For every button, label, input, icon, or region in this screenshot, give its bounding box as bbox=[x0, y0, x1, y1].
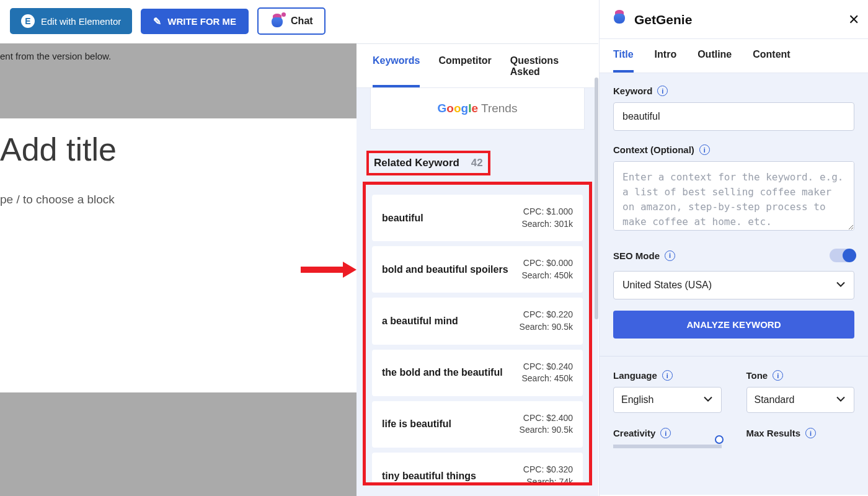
keyword-term: beautiful bbox=[382, 213, 423, 224]
keyword-meta: CPC: $0.000 Search: 450k bbox=[522, 257, 574, 281]
keyword-search: Search: 301k bbox=[522, 218, 574, 231]
keyword-search: Search: 90.5k bbox=[520, 321, 573, 334]
creativity-field: Creativity i bbox=[613, 428, 722, 448]
sidebar-header: GetGenie ✕ bbox=[600, 0, 868, 38]
edit-elementor-button[interactable]: E Edit with Elementor bbox=[10, 8, 132, 34]
svg-marker-1 bbox=[343, 262, 356, 278]
sidebar-body: Keyword i Context (Optional) i SEO Mode … bbox=[600, 73, 868, 495]
country-select[interactable]: United States (USA) bbox=[613, 271, 854, 299]
tab-questions[interactable]: Questions Asked bbox=[510, 55, 582, 87]
genie-icon bbox=[270, 14, 285, 29]
keyword-search: Search: 450k bbox=[522, 270, 574, 282]
pen-icon: ✎ bbox=[153, 16, 161, 27]
tone-label: Tone i bbox=[746, 370, 855, 381]
info-icon[interactable]: i bbox=[805, 428, 816, 438]
tab-outline[interactable]: Outline bbox=[698, 39, 732, 73]
context-textarea[interactable] bbox=[613, 161, 854, 231]
tab-intro[interactable]: Intro bbox=[655, 39, 677, 73]
keyword-item[interactable]: the bold and the beautiful CPC: $0.240 S… bbox=[372, 350, 583, 396]
tab-competitor[interactable]: Competitor bbox=[438, 55, 491, 87]
research-tabs: Keywords Competitor Questions Asked bbox=[356, 44, 598, 88]
keyword-cpc: CPC: $0.240 bbox=[522, 361, 574, 373]
info-icon[interactable]: i bbox=[699, 144, 710, 155]
panel-scrollbar[interactable] bbox=[595, 78, 598, 319]
toggle-knob bbox=[843, 249, 856, 262]
elementor-icon: E bbox=[21, 14, 35, 28]
keyword-cpc: CPC: $0.000 bbox=[522, 257, 574, 270]
google-trends-logo: Google Trends bbox=[438, 102, 518, 115]
info-icon[interactable]: i bbox=[657, 86, 668, 96]
keyword-item[interactable]: bold and beautiful spoilers CPC: $0.000 … bbox=[372, 246, 583, 293]
related-keyword-count: 42 bbox=[471, 157, 483, 169]
keyword-item[interactable]: life is beautiful CPC: $2.400 Search: 90… bbox=[372, 401, 583, 448]
info-icon[interactable]: i bbox=[773, 370, 783, 381]
keyword-meta: CPC: $1.000 Search: 301k bbox=[522, 206, 574, 230]
info-icon[interactable]: i bbox=[660, 428, 671, 438]
write-for-me-label: WRITE FOR ME bbox=[167, 16, 236, 27]
getgenie-logo-icon bbox=[611, 10, 628, 30]
tab-keywords[interactable]: Keywords bbox=[373, 55, 420, 87]
keyword-meta: CPC: $0.220 Search: 90.5k bbox=[520, 309, 573, 333]
keyword-meta: CPC: $0.240 Search: 450k bbox=[522, 361, 574, 385]
keyword-input[interactable] bbox=[613, 102, 854, 131]
keyword-term: life is beautiful bbox=[382, 418, 451, 430]
info-icon[interactable]: i bbox=[665, 250, 675, 261]
keyword-meta: CPC: $2.400 Search: 90.5k bbox=[520, 412, 573, 436]
language-label: Language i bbox=[613, 370, 722, 381]
sidebar-tabs: Title Intro Outline Content bbox=[600, 38, 868, 73]
edit-elementor-label: Edit with Elementor bbox=[41, 16, 121, 27]
chat-label: Chat bbox=[291, 16, 313, 27]
related-keyword-heading: Related Keyword 42 bbox=[366, 151, 490, 175]
keyword-cpc: CPC: $0.320 bbox=[523, 464, 573, 476]
chat-button[interactable]: Chat bbox=[257, 7, 326, 35]
creativity-results-row: Creativity i Max Results i bbox=[613, 428, 854, 448]
context-field-group: Context (Optional) i bbox=[613, 144, 854, 232]
country-select-wrap: United States (USA) bbox=[613, 271, 854, 299]
getgenie-sidebar: GetGenie ✕ Title Intro Outline Content K… bbox=[599, 0, 868, 496]
keyword-term: bold and beautiful spoilers bbox=[382, 264, 508, 275]
lang-tone-row: Language i English Tone i Standard bbox=[613, 370, 854, 413]
tone-select[interactable]: Standard bbox=[746, 387, 855, 413]
keyword-cpc: CPC: $2.400 bbox=[520, 412, 573, 425]
language-select[interactable]: English bbox=[613, 387, 722, 413]
keyword-meta: CPC: $0.320 Search: 74k bbox=[523, 464, 573, 485]
analyze-keyword-button[interactable]: ANALYZE KEYWORD bbox=[613, 311, 854, 339]
keyword-field-group: Keyword i bbox=[613, 86, 854, 131]
keyword-item[interactable]: a beautiful mind CPC: $0.220 Search: 90.… bbox=[372, 298, 583, 344]
keyword-item[interactable]: beautiful CPC: $1.000 Search: 301k bbox=[372, 195, 583, 241]
seo-mode-row: SEO Mode i bbox=[613, 249, 854, 262]
context-label: Context (Optional) i bbox=[613, 144, 854, 155]
seo-mode-label: SEO Mode i bbox=[613, 250, 675, 261]
annotation-arrow-icon bbox=[301, 260, 356, 279]
post-editor: Add title pe / to choose a block bbox=[0, 118, 356, 392]
keyword-term: the bold and the beautiful bbox=[382, 367, 503, 378]
info-icon[interactable]: i bbox=[662, 370, 673, 381]
brand-name: GetGenie bbox=[634, 12, 692, 27]
creativity-label: Creativity i bbox=[613, 428, 722, 438]
keyword-term: a beautiful mind bbox=[382, 316, 458, 327]
autosave-notice: ent from the version below. bbox=[0, 43, 356, 69]
creativity-slider[interactable] bbox=[613, 445, 722, 448]
keyword-term: tiny beautiful things bbox=[382, 471, 476, 482]
write-for-me-button[interactable]: ✎ WRITE FOR ME bbox=[141, 9, 249, 34]
keyword-cpc: CPC: $0.220 bbox=[520, 309, 573, 321]
keyword-research-panel: Keywords Competitor Questions Asked Goog… bbox=[356, 43, 598, 496]
seo-mode-toggle[interactable] bbox=[830, 249, 854, 262]
keyword-item[interactable]: tiny beautiful things CPC: $0.320 Search… bbox=[372, 453, 583, 485]
tab-content[interactable]: Content bbox=[753, 39, 790, 73]
editor-toolbar: E Edit with Elementor ✎ WRITE FOR ME Cha… bbox=[0, 0, 598, 42]
tone-field: Tone i Standard bbox=[746, 370, 855, 413]
keyword-cpc: CPC: $1.000 bbox=[522, 206, 574, 218]
keyword-label: Keyword i bbox=[613, 86, 854, 96]
block-hint[interactable]: pe / to choose a block bbox=[0, 193, 356, 206]
related-keyword-label: Related Keyword bbox=[374, 157, 459, 169]
post-title-input[interactable]: Add title bbox=[0, 131, 356, 168]
brand: GetGenie bbox=[611, 10, 692, 30]
keyword-search: Search: 74k bbox=[523, 476, 573, 485]
google-trends-card[interactable]: Google Trends bbox=[370, 88, 585, 130]
tab-title[interactable]: Title bbox=[613, 39, 634, 73]
max-results-field: Max Results i bbox=[746, 428, 855, 448]
keyword-search: Search: 450k bbox=[522, 373, 574, 385]
language-field: Language i English bbox=[613, 370, 722, 413]
close-icon[interactable]: ✕ bbox=[848, 12, 859, 28]
